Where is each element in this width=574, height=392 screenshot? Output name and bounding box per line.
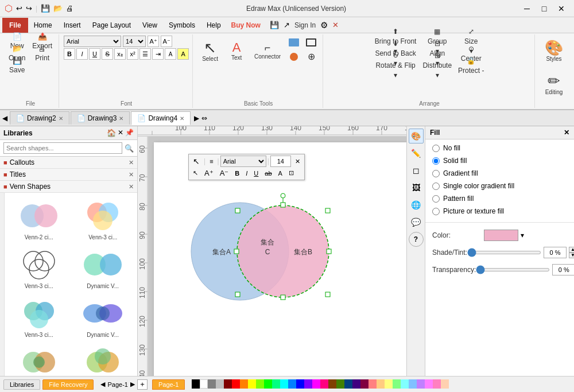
canvas-page[interactable]: ↖ | ≡ | Arial | ✕ xyxy=(154,142,406,376)
open-icon[interactable]: 📂 xyxy=(53,4,63,13)
float-fontup-btn[interactable]: A⁺ xyxy=(201,168,216,178)
float-font-select[interactable]: Arial xyxy=(220,156,266,167)
file-menu-button[interactable]: File xyxy=(2,18,28,33)
shape-dynamic-v3[interactable]: Dynamic V... xyxy=(8,343,70,376)
font-color-button[interactable]: A xyxy=(165,48,176,60)
color-cell-peach[interactable] xyxy=(377,379,385,389)
close-venn-btn[interactable]: ✕ xyxy=(129,183,134,191)
close-titles-btn[interactable]: ✕ xyxy=(129,171,134,178)
fill-option-pattern[interactable]: Pattern fill xyxy=(432,195,567,203)
gradient-fill-radio[interactable] xyxy=(432,170,440,177)
buy-now-button[interactable]: Buy Now xyxy=(227,21,265,29)
color-cell-purple[interactable] xyxy=(304,379,312,389)
pattern-fill-radio[interactable] xyxy=(432,195,440,203)
color-cell-magenta[interactable] xyxy=(312,379,320,389)
close-button[interactable]: ✕ xyxy=(553,3,569,14)
color-cell-pink[interactable] xyxy=(320,379,328,389)
search-input[interactable] xyxy=(3,142,122,154)
minimize-button[interactable]: ─ xyxy=(519,3,535,14)
sidebar-close-icon[interactable]: ✕ xyxy=(118,129,123,137)
color-cell-tan[interactable] xyxy=(441,379,449,389)
shadow-panel-button[interactable]: ◻ xyxy=(409,163,424,178)
symbols-menu-item[interactable]: Symbols xyxy=(163,18,201,33)
fill-option-gradient[interactable]: Gradient fill xyxy=(432,169,567,177)
help-menu-item[interactable]: Help xyxy=(201,18,227,33)
home-menu-item[interactable]: Home xyxy=(28,18,58,33)
settings-icon[interactable]: ⚙ xyxy=(320,20,328,30)
save-icon[interactable]: 💾 xyxy=(41,4,50,13)
libraries-tab[interactable]: Libraries xyxy=(3,379,40,390)
save-ribbon-button[interactable]: 💾Save xyxy=(6,60,28,71)
float-fontcolor-btn[interactable]: A xyxy=(276,169,285,178)
shape-dynamic-v1[interactable]: Dynamic V... xyxy=(72,245,134,292)
shape-venn2[interactable]: Venn-2 ci... xyxy=(8,196,70,243)
float-align-btn[interactable]: ≡ xyxy=(207,157,216,166)
tab-left-arrow[interactable]: ◀ xyxy=(2,114,7,122)
color-cell-lightblue[interactable] xyxy=(409,379,417,389)
add-page-button[interactable]: + xyxy=(137,379,148,390)
tab-drawing2[interactable]: 📄 Drawing2 ✕ xyxy=(10,111,69,125)
shade-up-btn[interactable]: ▲ xyxy=(569,247,574,253)
shape2-button[interactable] xyxy=(303,37,319,48)
color-picker-box[interactable] xyxy=(484,230,518,241)
tab-drawing3[interactable]: 📄 Drawing3 ✕ xyxy=(71,111,130,125)
color-cell-red[interactable] xyxy=(232,379,240,389)
print-icon[interactable]: 🖨 xyxy=(66,4,73,13)
fill-panel-close-icon[interactable]: ✕ xyxy=(564,129,569,137)
float-highlight-btn[interactable]: ⊡ xyxy=(286,168,297,178)
font-size-select[interactable]: 14 xyxy=(123,36,146,47)
share-icon[interactable]: ↗ xyxy=(284,21,290,29)
bold-button[interactable]: B xyxy=(64,48,75,60)
float-select-btn[interactable]: ↖ xyxy=(190,156,203,167)
tab-right-arrow[interactable]: ▶ xyxy=(194,114,199,122)
color-cell-lightcyan[interactable] xyxy=(401,379,409,389)
print-ribbon-button[interactable]: 🖨Print xyxy=(29,48,55,59)
fill-option-single-gradient[interactable]: Single color gradient fill xyxy=(432,182,567,190)
undo-icon[interactable]: ↩ xyxy=(16,4,22,13)
sidebar-section-titles[interactable]: ■ Titles ✕ xyxy=(0,169,137,181)
color-cell-blue[interactable] xyxy=(296,379,304,389)
color-cell-sky[interactable] xyxy=(288,379,296,389)
color-cell-lightyellow[interactable] xyxy=(385,379,393,389)
color-cell-salmon[interactable] xyxy=(369,379,377,389)
float-strikethrough-btn[interactable]: ab xyxy=(262,169,274,178)
color-cell-green[interactable] xyxy=(264,379,272,389)
indent-button[interactable]: ⇥ xyxy=(152,48,164,60)
shade-value-input[interactable] xyxy=(544,247,567,258)
file-recovery-tab[interactable]: File Recovery xyxy=(42,379,94,390)
float-fontdown-btn[interactable]: A⁻ xyxy=(217,168,232,178)
color-cell-navy[interactable] xyxy=(344,379,352,389)
sign-in-button[interactable]: Sign In xyxy=(294,21,316,29)
color-cell-orange[interactable] xyxy=(240,379,248,389)
canvas-scroll[interactable]: ↖ | ≡ | Arial | ✕ xyxy=(148,137,406,376)
color-cell-mint[interactable] xyxy=(272,379,280,389)
transparency-slider[interactable] xyxy=(476,268,550,271)
font-increase-button[interactable]: A⁺ xyxy=(148,36,159,47)
active-page-tab[interactable]: Page-1 xyxy=(152,379,185,390)
color-cell-brown[interactable] xyxy=(328,379,336,389)
superscript-button[interactable]: x² xyxy=(127,48,138,60)
solid-fill-radio[interactable] xyxy=(432,157,440,165)
font-decrease-button[interactable]: A⁻ xyxy=(161,36,172,47)
font-family-select[interactable]: Arial xyxy=(64,36,121,47)
sidebar-pin-icon[interactable]: 📌 xyxy=(125,129,134,137)
color-cell-white[interactable] xyxy=(200,379,208,389)
color-dropdown-icon[interactable]: ▾ xyxy=(521,231,524,239)
page-layout-menu-item[interactable]: Page Layout xyxy=(87,18,137,33)
tab-expand-icon[interactable]: ⇔ xyxy=(201,114,207,122)
italic-button[interactable]: I xyxy=(76,48,88,60)
color-cell-silver[interactable] xyxy=(216,379,224,389)
globe-panel-button[interactable]: 🌐 xyxy=(409,197,424,212)
sidebar-home-icon[interactable]: 🏠 xyxy=(107,129,116,137)
rotate-flip-button[interactable]: ↻ Rotate & Flip ▾ xyxy=(372,60,420,71)
maximize-button[interactable]: □ xyxy=(536,3,552,14)
color-cell-gray[interactable] xyxy=(208,379,216,389)
help-panel-button[interactable]: ? xyxy=(409,232,424,247)
color-cell-lightpink[interactable] xyxy=(425,379,433,389)
search-icon[interactable]: 🔍 xyxy=(125,144,134,153)
insert-menu-item[interactable]: Insert xyxy=(58,18,87,33)
list-button[interactable]: ☰ xyxy=(139,48,151,60)
shape-dynamic-v2[interactable]: Dynamic V... xyxy=(72,294,134,340)
redo-icon[interactable]: ↪ xyxy=(26,4,32,13)
close-tab-2[interactable]: ✕ xyxy=(119,115,123,122)
